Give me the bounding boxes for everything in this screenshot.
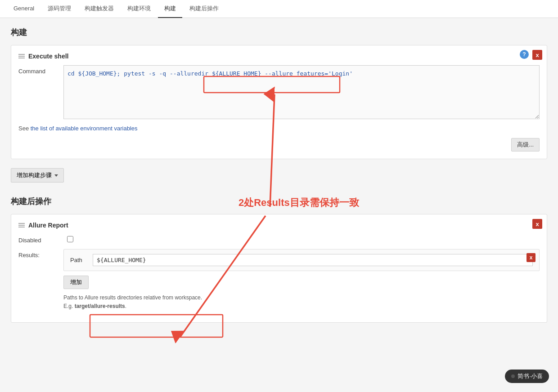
tab-post-build[interactable]: 构建后操作 bbox=[183, 0, 225, 18]
add-step-label: 增加构建步骤 bbox=[17, 171, 52, 179]
tab-trigger[interactable]: 构建触发器 bbox=[78, 0, 120, 18]
results-inner-card: x Path bbox=[63, 249, 540, 271]
add-step-arrow-icon bbox=[54, 174, 58, 177]
results-label: Results: bbox=[18, 249, 63, 258]
disabled-checkbox[interactable] bbox=[67, 236, 73, 242]
env-link-anchor[interactable]: the list of available environment variab… bbox=[31, 125, 138, 132]
helper-text-2: E.g. bbox=[63, 303, 75, 309]
path-label: Path bbox=[70, 257, 88, 263]
path-input[interactable] bbox=[93, 254, 533, 266]
allure-report-card: x Allure Report Disabled Results: x Path bbox=[11, 214, 547, 323]
allure-report-title: Allure Report bbox=[28, 222, 68, 229]
help-icon[interactable]: ? bbox=[520, 50, 529, 59]
advanced-btn-wrap: 高级... bbox=[18, 138, 540, 151]
command-row: Command cd ${JOB_HOME}; pytest -s -q --a… bbox=[18, 65, 540, 120]
add-step-button[interactable]: 增加构建步骤 bbox=[11, 168, 64, 183]
watermark-dot bbox=[511, 374, 515, 378]
path-row: Path bbox=[70, 254, 533, 266]
add-results-button[interactable]: 增加 bbox=[63, 276, 89, 289]
command-input-wrap: cd ${JOB_HOME}; pytest -s -q --alluredir… bbox=[63, 65, 540, 120]
helper-text-1: Paths to Allure results directories rela… bbox=[63, 294, 202, 301]
env-link-prefix: See bbox=[18, 125, 31, 132]
build-section-title: 构建 bbox=[11, 27, 547, 38]
tab-build-env[interactable]: 构建环境 bbox=[121, 0, 157, 18]
allure-report-close-btn[interactable]: x bbox=[532, 219, 542, 229]
tabs-bar: General 源码管理 构建触发器 构建环境 构建 构建后操作 bbox=[0, 0, 558, 18]
helper-text: Paths to Allure results directories rela… bbox=[63, 294, 540, 311]
page-content: 构建 x ? Execute shell Command cd ${JOB_HO… bbox=[0, 18, 558, 341]
post-build-section-title: 构建后操作 bbox=[11, 196, 547, 207]
disabled-row: Disabled bbox=[18, 234, 540, 244]
allure-drag-handle[interactable] bbox=[18, 223, 25, 227]
execute-shell-header: Execute shell bbox=[18, 53, 540, 60]
tab-general[interactable]: General bbox=[7, 0, 40, 17]
execute-shell-title: Execute shell bbox=[28, 53, 69, 60]
tab-build[interactable]: 构建 bbox=[158, 0, 182, 18]
env-link-row: See the list of available environment va… bbox=[18, 125, 540, 132]
add-step-wrap: 增加构建步骤 bbox=[11, 168, 547, 183]
command-label: Command bbox=[18, 65, 63, 75]
advanced-button[interactable]: 高级... bbox=[511, 138, 540, 151]
tab-source[interactable]: 源码管理 bbox=[41, 0, 77, 18]
execute-shell-card: x ? Execute shell Command cd ${JOB_HOME}… bbox=[11, 45, 547, 159]
disabled-label: Disabled bbox=[18, 234, 63, 244]
helper-period: . bbox=[125, 303, 126, 309]
allure-report-header: Allure Report bbox=[18, 222, 540, 229]
watermark-badge: 简书·小喜 bbox=[505, 370, 549, 383]
drag-handle[interactable] bbox=[18, 54, 25, 58]
results-row: Results: x Path 增加 Paths to Allure resul… bbox=[18, 249, 540, 311]
execute-shell-close-btn[interactable]: x bbox=[532, 50, 542, 60]
watermark-label: 简书·小喜 bbox=[518, 372, 543, 380]
helper-bold: target/allure-results bbox=[75, 303, 125, 309]
command-textarea[interactable]: cd ${JOB_HOME}; pytest -s -q --alluredir… bbox=[63, 65, 540, 119]
results-inner-close-btn[interactable]: x bbox=[526, 253, 536, 262]
results-wrap: x Path 增加 Paths to Allure results direct… bbox=[63, 249, 540, 311]
